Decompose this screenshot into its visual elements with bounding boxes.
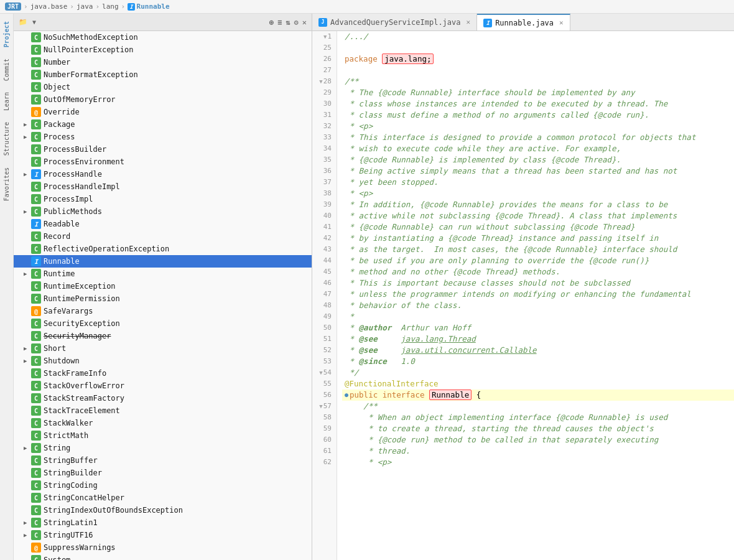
code-text: * {@code run} method to be called in tha… [345,434,658,446]
tree-item-StringLatin1[interactable]: ▶CStringLatin1 [14,516,312,529]
tree-item-NullPointerException[interactable]: CNullPointerException [14,44,312,56]
code-text: */ [345,367,359,378]
tree-item-StrictMath[interactable]: CStrictMath [14,429,312,442]
tree-item-ProcessImpl[interactable]: CProcessImpl [14,193,312,205]
sidebar-item-favorites[interactable]: Favorites [1,162,12,206]
tree-item-label: StackOverflowError [44,381,124,390]
code-text: * {@code Runnable} can run without subcl… [345,222,635,233]
dropdown-icon[interactable]: ▼ [32,19,36,26]
close-icon[interactable]: ✕ [302,18,307,27]
tab-label-runnable: Runnable.java [495,19,554,27]
tab-Runnable[interactable]: I Runnable.java ✕ [477,14,570,30]
tree-item-NoSuchMethodException[interactable]: CNoSuchMethodException [14,31,312,44]
code-line: * by instantiating a {@code Thread} inst… [342,233,734,244]
breadcrumb-java[interactable]: java [77,2,93,11]
line-number-36: 36 [317,166,332,177]
add-icon[interactable]: ⊕ [269,18,274,27]
code-line: * <p> [342,457,734,468]
tree-item-NumberFormatException[interactable]: CNumberFormatException [14,68,312,81]
tree-item-SuppressWarnings[interactable]: @SuppressWarnings [14,541,312,554]
tree-item-StackOverflowError[interactable]: CStackOverflowError [14,380,312,392]
sidebar-item-structure[interactable]: Structure [1,117,12,161]
tree-item-Package[interactable]: ▶CPackage [14,118,312,131]
tree-item-Short[interactable]: ▶CShort [14,342,312,355]
sidebar-item-commit[interactable]: Commit [1,54,12,86]
code-line: */ [342,367,734,378]
code-content[interactable]: /.../package java.lang;/** * The {@code … [337,31,734,560]
tree-item-Record[interactable]: CRecord [14,230,312,243]
tree-item-ProcessBuilder[interactable]: CProcessBuilder [14,143,312,156]
tab-close-advanced[interactable]: ✕ [467,18,471,26]
java-file-icon: J [318,18,327,27]
tree-item-label: StringBuffer [44,456,98,465]
expand-arrow: ▶ [24,171,31,177]
tree-item-PublicMethods[interactable]: ▶CPublicMethods [14,205,312,218]
tree-item-ProcessEnvironment[interactable]: CProcessEnvironment [14,156,312,168]
tree-item-OutOfMemoryError[interactable]: COutOfMemoryError [14,93,312,106]
line-numbers: ▼1252627▼2829303132333435363738394041424… [312,31,337,560]
fold-button[interactable]: ▼ [323,31,327,42]
tree-item-RuntimePermission[interactable]: CRuntimePermission [14,292,312,305]
expand-arrow: ▶ [24,208,31,215]
breadcrumb-java-base[interactable]: java.base [30,2,68,11]
line-number-59: 59 [317,423,332,434]
tree-item-Shutdown[interactable]: ▶CShutdown [14,355,312,367]
tree-item-Readable[interactable]: IReadable [14,218,312,230]
tab-AdvancedQueryServiceImpl[interactable]: J AdvancedQueryServiceImpl.java ✕ [312,14,477,30]
tree-item-System[interactable]: CSystem [14,554,312,560]
tree-item-ReflectiveOperationException[interactable]: CReflectiveOperationException [14,243,312,255]
tree-item-Number[interactable]: CNumber [14,56,312,68]
code-text: * {@code Runnable} is implemented by cla… [345,154,621,166]
tree-item-Runtime[interactable]: ▶CRuntime [14,268,312,280]
tree-item-String[interactable]: ▶CString [14,442,312,454]
code-text: * @since 1.0 [345,356,415,367]
tree-item-label: Object [44,83,70,91]
tree-item-StringBuffer[interactable]: CStringBuffer [14,454,312,467]
fold-button[interactable]: ▼ [319,401,322,412]
line-number-26: 26 [317,54,332,65]
tree-item-ProcessHandle[interactable]: ▶IProcessHandle [14,168,312,180]
tab-close-runnable[interactable]: ✕ [559,19,564,27]
item-type-icon: C [31,182,41,192]
side-tabs: Project Commit Learn Structure Favorites [0,14,14,560]
tree-item-label: System [44,556,70,560]
tree-item-RuntimeException[interactable]: CRuntimeException [14,280,312,292]
line-number-25: 25 [317,42,332,54]
tree-item-ProcessHandleImpl[interactable]: CProcessHandleImpl [14,180,312,193]
tree-item-label: NullPointerException [44,45,134,54]
line-number-61: 61 [317,446,332,457]
code-text: /.../ [345,31,368,42]
tree-item-Override[interactable]: @Override [14,106,312,118]
tree-item-label: ProcessEnvironment [44,157,124,166]
tree-item-SafeVarargs[interactable]: @SafeVarargs [14,305,312,317]
breadcrumb-lang[interactable]: lang [102,2,119,11]
tree-item-StackWalker[interactable]: CStackWalker [14,417,312,429]
tree-item-Runnable[interactable]: IRunnable [14,255,312,268]
tree-item-StackTraceElement[interactable]: CStackTraceElement [14,404,312,417]
sidebar-item-learn[interactable]: Learn [1,87,12,116]
breadcrumb-runnable[interactable]: I Runnable [128,2,169,11]
project-header: 📁 ▼ ⊕ ≡ ⇅ ⚙ ✕ [14,14,312,31]
code-line: ●public interface Runnable { [342,390,734,401]
line-number-44: 44 [317,255,332,266]
tree-item-SecurityException[interactable]: CSecurityException [14,317,312,330]
sort-icon[interactable]: ⇅ [286,18,290,27]
tree-item-Object[interactable]: CObject [14,81,312,93]
tree-item-Process[interactable]: ▶CProcess [14,131,312,143]
tree-item-StringConcatHelper[interactable]: CStringConcatHelper [14,492,312,504]
tree-item-StringBuilder[interactable]: CStringBuilder [14,467,312,479]
tree-item-SecurityManager[interactable]: CSecurityManager [14,330,312,342]
line-number-49: 49 [317,311,332,322]
code-text: * to create a thread, starting the threa… [345,423,654,434]
sidebar-item-project[interactable]: Project [1,16,12,52]
fold-button[interactable]: ▼ [319,76,322,87]
tree-item-StackFrameInfo[interactable]: CStackFrameInfo [14,367,312,380]
tree-item-label: StrictMath [44,431,88,440]
tree-item-StringCoding[interactable]: CStringCoding [14,479,312,492]
tree-item-StringUTF16[interactable]: ▶CStringUTF16 [14,529,312,541]
list-icon[interactable]: ≡ [277,18,282,27]
settings-icon[interactable]: ⚙ [294,18,299,27]
tree-item-StringIndexOutOfBoundsException[interactable]: CStringIndexOutOfBoundsException [14,504,312,516]
tree-item-StackStreamFactory[interactable]: CStackStreamFactory [14,392,312,404]
fold-button[interactable]: ▼ [319,367,322,378]
